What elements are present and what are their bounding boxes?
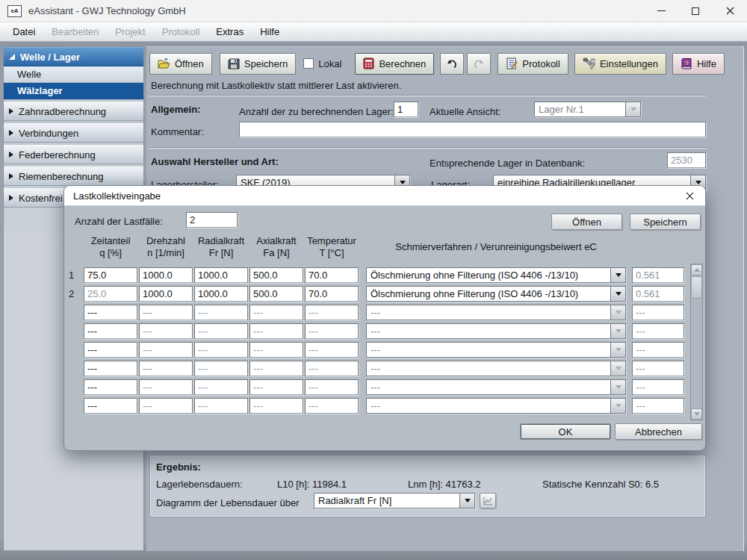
line-chart-icon	[483, 497, 493, 505]
menu-datei[interactable]: Datei	[4, 23, 43, 40]
fr-input[interactable]: 1000.0	[194, 267, 248, 283]
scrollbar-thumb[interactable]	[691, 276, 702, 299]
protocol-button[interactable]: Protokoll	[498, 53, 568, 75]
sidebar-item-federberechnung[interactable]: Federberechnung	[4, 145, 143, 164]
n-input[interactable]: 1000.0	[139, 286, 193, 302]
t-input[interactable]: 70.0	[305, 267, 359, 283]
dialog-title: Lastkollektiveingabe	[73, 190, 161, 202]
dropdown-button[interactable]	[459, 493, 475, 508]
calculator-icon	[363, 57, 374, 69]
allgemein-heading: Allgemein:	[151, 104, 200, 115]
q-input[interactable]: ---	[84, 323, 137, 339]
n-input[interactable]: 1000.0	[139, 267, 193, 283]
dialog-save-button[interactable]: Speichern	[630, 214, 701, 230]
dialog-close-button[interactable]	[683, 189, 696, 202]
sidebar-item-label: Zahnradberechnung	[19, 106, 106, 117]
fa-input: ---	[249, 342, 303, 358]
separator	[149, 95, 706, 96]
toolbar: Öffnen Speichern Lokal	[149, 50, 741, 77]
calculate-button[interactable]: Berechnen	[355, 53, 434, 75]
fr-input[interactable]: 1000.0	[194, 286, 248, 302]
diagramm-select[interactable]: Radialkraft Fr [N]	[314, 493, 475, 508]
settings-button[interactable]: Einstellungen	[574, 53, 666, 75]
scroll-up-button[interactable]	[691, 264, 702, 276]
table-row: 1 75.0 1000.0 1000.0 500.0 70.0 Ölschmie…	[67, 267, 684, 283]
schmierverfahren-select: ---	[366, 361, 626, 376]
q-input[interactable]: ---	[84, 398, 137, 414]
diagramm-chart-button[interactable]	[480, 493, 496, 508]
fr-input: ---	[194, 305, 248, 320]
schmierverfahren-select: ---	[366, 342, 626, 358]
chevron-down-icon	[630, 108, 636, 111]
separator	[149, 147, 706, 149]
ok-button[interactable]: OK	[520, 423, 611, 440]
open-button[interactable]: Öffnen	[149, 53, 212, 75]
col-temperatur: TemperaturT [°C]	[305, 235, 359, 259]
close-button[interactable]	[713, 0, 747, 22]
lokal-checkbox[interactable]	[303, 58, 314, 69]
dialog-open-button[interactable]: Öffnen	[551, 214, 622, 230]
schmierverfahren-select[interactable]: Ölschmierung ohne Filterung (ISO 4406 -/…	[366, 267, 626, 283]
table-row: --- --- --- --- --- --- ---	[67, 323, 684, 339]
fa-input[interactable]: 500.0	[249, 286, 303, 302]
aktuelle-ansicht-label: Aktuelle Ansicht:	[430, 106, 500, 117]
sidebar-item-zahnradberechnung[interactable]: Zahnradberechnung	[4, 102, 143, 121]
table-scrollbar[interactable]	[690, 264, 703, 420]
t-input: ---	[305, 342, 359, 358]
help-button[interactable]: ? Hilfe	[672, 53, 725, 75]
dialog-titlebar: Lastkollektiveingabe	[64, 186, 705, 206]
q-input[interactable]: ---	[84, 342, 137, 358]
q-input[interactable]: 25.0	[84, 286, 137, 302]
minimize-button[interactable]	[644, 0, 678, 22]
dropdown-button[interactable]	[610, 267, 626, 283]
save-button[interactable]: Speichern	[220, 53, 297, 75]
sidebar-item-label: Welle / Lager	[20, 52, 80, 63]
t-input: ---	[305, 361, 359, 376]
fr-input: ---	[194, 379, 248, 395]
fr-input: ---	[194, 342, 248, 358]
redo-arrow-icon	[473, 58, 485, 69]
sidebar-item-welle-lager[interactable]: Welle / Lager	[4, 47, 143, 66]
menu-extras[interactable]: Extras	[208, 23, 252, 40]
fr-input: ---	[194, 398, 248, 414]
n-input: ---	[139, 379, 193, 395]
sidebar-item-label: Federberechnung	[19, 149, 96, 161]
anzahl-lager-input[interactable]	[394, 102, 418, 117]
q-input[interactable]: ---	[84, 361, 137, 376]
maximize-button[interactable]	[678, 0, 713, 22]
sidebar-item-waelzlager[interactable]: Wälzlager	[4, 83, 143, 99]
fa-input[interactable]: 500.0	[249, 267, 303, 283]
undo-button[interactable]	[440, 53, 464, 75]
auswahl-heading: Auswahl Hersteller und Art:	[151, 156, 279, 167]
save-button-label: Speichern	[244, 58, 288, 69]
sidebar-item-riemenberechnung[interactable]: Riemenberechnung	[4, 167, 143, 186]
n-input: ---	[139, 342, 193, 358]
t-input[interactable]: 70.0	[305, 286, 359, 302]
table-header: Zeitanteilq [%] Drehzahln [1/min] Radial…	[67, 235, 626, 259]
settings-button-label: Einstellungen	[600, 58, 658, 69]
sidebar-item-verbindungen[interactable]: Verbindungen	[4, 123, 143, 143]
fa-input: ---	[249, 379, 303, 395]
sidebar-item-welle[interactable]: Welle	[4, 66, 143, 83]
scroll-down-button[interactable]	[691, 408, 702, 420]
cancel-button[interactable]: Abbrechen	[615, 423, 702, 440]
row-number: 2	[67, 288, 84, 299]
sidebar-item-label: Wälzlager	[17, 85, 63, 96]
diagramm-value: Radialkraft Fr [N]	[314, 493, 459, 508]
col-radialkraft: RadialkraftFr [N]	[194, 235, 248, 259]
ec-field: ---	[632, 361, 684, 376]
menu-hilfe[interactable]: Hilfe	[252, 23, 288, 40]
chevron-down-icon	[400, 181, 406, 184]
fa-input: ---	[249, 398, 303, 414]
status-text: Berechnung mit Lastkollektiv statt mittl…	[151, 80, 401, 91]
n-input: ---	[139, 305, 193, 320]
q-input[interactable]: 75.0	[84, 267, 137, 283]
t-input: ---	[305, 379, 359, 395]
dropdown-button[interactable]	[610, 286, 626, 302]
dropdown-button	[610, 361, 626, 376]
q-input[interactable]: ---	[84, 305, 137, 320]
schmierverfahren-select[interactable]: Ölschmierung ohne Filterung (ISO 4406 -/…	[366, 286, 626, 302]
lastfaelle-input[interactable]	[186, 212, 238, 228]
kommentar-input[interactable]	[239, 122, 706, 137]
q-input[interactable]: ---	[84, 379, 137, 395]
